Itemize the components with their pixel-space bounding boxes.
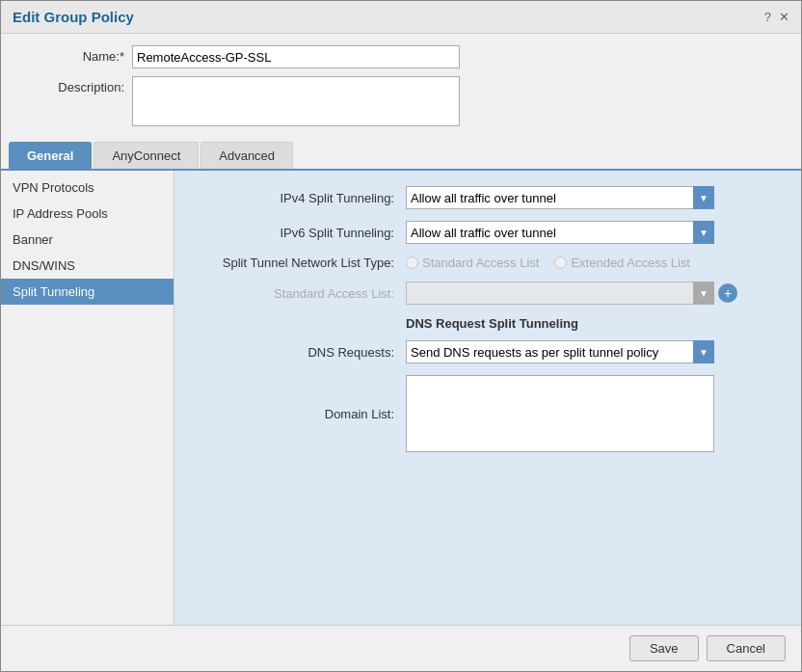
description-input[interactable] — [132, 76, 460, 126]
sidebar-item-banner[interactable]: Banner — [1, 227, 174, 253]
tab-general[interactable]: General — [9, 142, 92, 169]
form-section: Name:* Description: — [1, 34, 801, 142]
standard-access-radio-label: Standard Access List — [406, 255, 539, 270]
dns-requests-select[interactable]: Send DNS requests as per split tunnel po… — [406, 340, 714, 363]
dns-requests-wrapper: Send DNS requests as per split tunnel po… — [406, 340, 714, 363]
close-icon[interactable]: ✕ — [779, 10, 789, 24]
dns-section-header: DNS Request Split Tunneling — [406, 316, 782, 331]
dialog-title: Edit Group Policy — [13, 9, 134, 25]
help-icon[interactable]: ? — [764, 10, 771, 24]
std-access-list-label: Standard Access List: — [194, 286, 406, 301]
sidebar-item-split-tunneling[interactable]: Split Tunneling — [1, 279, 174, 305]
network-list-type-row: Split Tunnel Network List Type: Standard… — [194, 255, 782, 270]
title-bar: Edit Group Policy ? ✕ — [1, 1, 801, 34]
name-input[interactable] — [132, 45, 460, 68]
description-label: Description: — [16, 76, 132, 94]
name-label: Name:* — [16, 45, 132, 64]
tab-anyconnect[interactable]: AnyConnect — [94, 142, 199, 169]
domain-list-row: Domain List: — [194, 375, 782, 452]
std-access-list-select[interactable] — [406, 282, 714, 305]
ipv6-select-wrapper: Allow all traffic over tunnel Tunnel net… — [406, 221, 714, 244]
extended-access-radio[interactable] — [554, 256, 567, 269]
radio-group: Standard Access List Extended Access Lis… — [406, 255, 690, 270]
name-row: Name:* — [16, 45, 786, 68]
tab-advanced[interactable]: Advanced — [200, 142, 293, 169]
sidebar-item-ip-address-pools[interactable]: IP Address Pools — [1, 201, 174, 227]
title-controls: ? ✕ — [764, 10, 789, 24]
main-panel: IPv4 Split Tunneling: Allow all traffic … — [174, 171, 801, 625]
domain-list-input[interactable] — [406, 375, 714, 452]
ipv4-label: IPv4 Split Tunneling: — [194, 191, 406, 205]
std-access-list-row: Standard Access List: ▼ + — [194, 282, 782, 305]
tabs-bar: General AnyConnect Advanced — [1, 142, 801, 171]
ipv6-row: IPv6 Split Tunneling: Allow all traffic … — [194, 221, 782, 244]
content-area: VPN Protocols IP Address Pools Banner DN… — [1, 171, 801, 625]
add-access-list-button[interactable]: + — [718, 283, 737, 303]
extended-access-radio-label: Extended Access List — [554, 255, 690, 270]
sidebar-item-vpn-protocols[interactable]: VPN Protocols — [1, 175, 174, 201]
ipv4-select-wrapper: Allow all traffic over tunnel Tunnel net… — [406, 186, 714, 209]
save-button[interactable]: Save — [629, 635, 699, 661]
description-row: Description: — [16, 76, 786, 126]
network-list-type-label: Split Tunnel Network List Type: — [194, 255, 406, 270]
ipv4-row: IPv4 Split Tunneling: Allow all traffic … — [194, 186, 782, 209]
ipv4-select[interactable]: Allow all traffic over tunnel Tunnel net… — [406, 186, 714, 209]
ipv6-label: IPv6 Split Tunneling: — [194, 226, 406, 240]
dns-requests-label: DNS Requests: — [194, 345, 406, 360]
sidebar: VPN Protocols IP Address Pools Banner DN… — [1, 171, 174, 625]
ipv6-select[interactable]: Allow all traffic over tunnel Tunnel net… — [406, 221, 714, 244]
standard-access-radio[interactable] — [406, 256, 418, 269]
domain-list-label: Domain List: — [194, 407, 406, 421]
edit-group-policy-dialog: Edit Group Policy ? ✕ Name:* Description… — [0, 0, 802, 672]
extended-access-label: Extended Access List — [571, 255, 690, 270]
dns-requests-row: DNS Requests: Send DNS requests as per s… — [194, 340, 782, 363]
cancel-button[interactable]: Cancel — [707, 635, 786, 661]
sidebar-item-dns-wins[interactable]: DNS/WINS — [1, 253, 174, 279]
footer: Save Cancel — [1, 625, 801, 671]
standard-access-label: Standard Access List — [422, 255, 539, 270]
std-access-list-wrapper: ▼ — [406, 282, 714, 305]
